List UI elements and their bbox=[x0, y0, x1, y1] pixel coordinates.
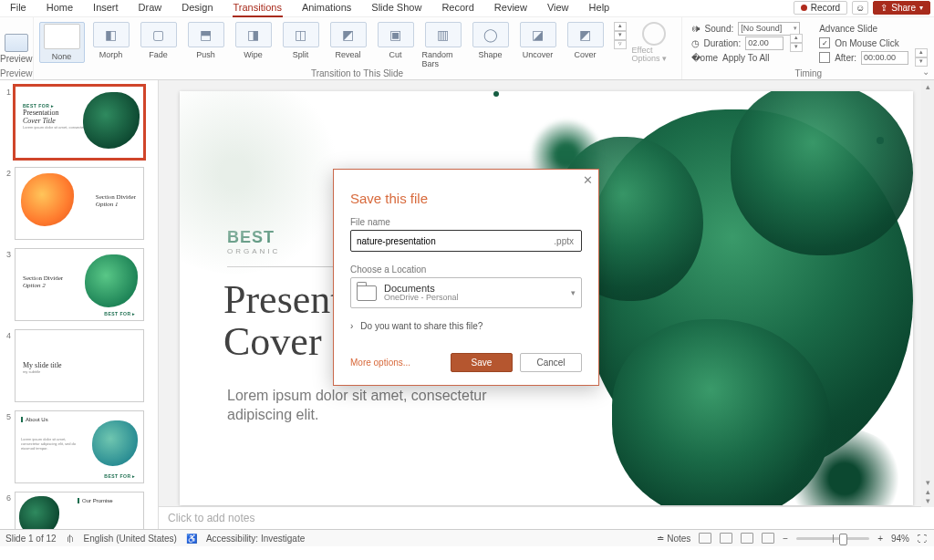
ribbon-group-timing: 🕪Sound: [No Sound]▾ ◷Duration: 02.00 ▴▾ … bbox=[682, 17, 934, 79]
slide-subtitle[interactable]: Lorem ipsum dolor sit amet, consectetur … bbox=[227, 387, 555, 425]
zoom-out-button[interactable]: − bbox=[783, 534, 788, 544]
spellcheck-icon[interactable]: ⫛ bbox=[66, 534, 75, 544]
apply-to-all-button[interactable]: �omeApply To All bbox=[691, 50, 804, 65]
group-label-preview: Preview bbox=[0, 68, 33, 78]
transition-split[interactable]: ◫Split bbox=[280, 22, 322, 59]
gallery-down-icon[interactable]: ▾ bbox=[614, 31, 627, 40]
slide-canvas[interactable]: BEST ORGANIC Presentation Cover Title Lo… bbox=[180, 91, 913, 505]
status-accessibility[interactable]: Accessibility: Investigate bbox=[206, 534, 305, 544]
share-button[interactable]: ⇪Share ▾ bbox=[873, 1, 930, 15]
scroll-up-icon[interactable]: ▴ bbox=[926, 82, 930, 91]
tab-file[interactable]: File bbox=[0, 0, 36, 16]
fit-to-window-icon[interactable]: ⛶ bbox=[918, 534, 929, 543]
preview-icon[interactable] bbox=[5, 34, 28, 52]
onclick-label: On Mouse Click bbox=[835, 38, 899, 48]
sound-label: Sound: bbox=[705, 24, 734, 34]
record-button[interactable]: Record bbox=[794, 1, 847, 15]
workspace: 1 BEST FOR ▸ PresentationCover Title Lor… bbox=[0, 80, 934, 529]
thumbnail-5[interactable]: About Us Lorem ipsum dolor sit amet, con… bbox=[15, 410, 144, 483]
smiley-icon: ☺ bbox=[856, 3, 865, 13]
tab-animations[interactable]: Animations bbox=[292, 0, 361, 16]
status-slide-count: Slide 1 of 12 bbox=[5, 534, 57, 544]
zoom-level[interactable]: 94% bbox=[891, 534, 909, 544]
view-reading-icon[interactable] bbox=[741, 533, 753, 544]
gallery-up-icon[interactable]: ▴ bbox=[614, 22, 627, 31]
vertical-scrollbar[interactable]: ▴ ▾ ▴ ▾ bbox=[921, 80, 934, 507]
thumbnail-4[interactable]: My slide title my subtitle bbox=[15, 329, 144, 402]
slide-thumbnails[interactable]: 1 BEST FOR ▸ PresentationCover Title Lor… bbox=[0, 80, 159, 529]
group-label-transition: Transition to This Slide bbox=[34, 68, 681, 78]
next-slide-icon[interactable]: ▾ bbox=[926, 496, 930, 505]
collapse-ribbon-button[interactable]: ⌄ bbox=[922, 67, 929, 77]
transition-wipe[interactable]: ◨Wipe bbox=[233, 22, 275, 59]
thumbnail-2[interactable]: Section Divider Option 1 bbox=[15, 167, 144, 240]
accessibility-icon[interactable]: ♿ bbox=[186, 534, 197, 544]
thumb-number: 5 bbox=[4, 410, 11, 483]
duration-down[interactable]: ▾ bbox=[790, 43, 803, 52]
ribbon-group-transitions: None ◧Morph ▢Fade ⬒Push ◨Wipe ◫Split ◩Re… bbox=[34, 17, 682, 79]
scroll-down-icon[interactable]: ▾ bbox=[926, 478, 930, 487]
gallery-more-icon[interactable]: ▿ bbox=[614, 40, 627, 49]
tab-insert[interactable]: Insert bbox=[83, 0, 129, 16]
duration-input[interactable]: 02.00 bbox=[745, 36, 784, 50]
feedback-button[interactable]: ☺ bbox=[852, 1, 868, 15]
after-label: After: bbox=[835, 53, 856, 63]
thumb-number: 2 bbox=[4, 167, 11, 240]
transition-randombars[interactable]: ▥Random Bars bbox=[422, 22, 464, 68]
slide-artwork bbox=[548, 91, 913, 505]
tab-draw[interactable]: Draw bbox=[129, 0, 172, 16]
tab-help[interactable]: Help bbox=[579, 0, 620, 16]
tab-design[interactable]: Design bbox=[171, 0, 223, 16]
apply-icon: �ome bbox=[691, 53, 718, 63]
editor-area: BEST ORGANIC Presentation Cover Title Lo… bbox=[159, 80, 934, 529]
thumb-number: 6 bbox=[4, 492, 11, 529]
preview-label[interactable]: Preview bbox=[0, 54, 33, 64]
tab-transitions[interactable]: Transitions bbox=[223, 0, 292, 16]
group-label-timing: Timing bbox=[682, 68, 934, 78]
transition-cut[interactable]: ▣Cut bbox=[375, 22, 417, 59]
ribbon-group-preview: Preview Preview bbox=[0, 17, 34, 79]
notes-toggle[interactable]: ≐ Notes bbox=[657, 534, 690, 544]
transition-shape[interactable]: ◯Shape bbox=[470, 22, 512, 59]
after-checkbox[interactable] bbox=[819, 52, 830, 63]
after-down[interactable]: ▾ bbox=[915, 57, 928, 67]
menu-tabs: File Home Insert Draw Design Transitions… bbox=[0, 0, 934, 17]
ribbon: Preview Preview None ◧Morph ▢Fade ⬒Push … bbox=[0, 17, 934, 80]
prev-slide-icon[interactable]: ▴ bbox=[926, 487, 930, 496]
view-slideshow-icon[interactable] bbox=[762, 533, 774, 544]
view-normal-icon[interactable] bbox=[699, 533, 711, 544]
tab-review[interactable]: Review bbox=[484, 0, 537, 16]
after-input[interactable]: 00:00.00 bbox=[861, 51, 908, 65]
tab-record[interactable]: Record bbox=[431, 0, 483, 16]
slide-title[interactable]: Presentation Cover Title bbox=[223, 279, 422, 363]
effect-options-icon bbox=[642, 22, 666, 46]
transition-fade[interactable]: ▢Fade bbox=[138, 22, 180, 59]
onclick-checkbox[interactable]: ✓ bbox=[819, 37, 830, 48]
thumbnail-6[interactable]: Our Promise bbox=[15, 492, 144, 529]
thumbnail-3[interactable]: Section Divider Option 2 BEST FOR ▸ bbox=[15, 248, 144, 321]
tab-view[interactable]: View bbox=[537, 0, 579, 16]
duration-up[interactable]: ▴ bbox=[790, 34, 803, 43]
transition-none[interactable]: None bbox=[39, 22, 85, 63]
zoom-in-button[interactable]: + bbox=[877, 534, 883, 544]
status-bar: Slide 1 of 12 ⫛ English (United States) … bbox=[0, 529, 934, 546]
notes-pane[interactable]: Click to add notes bbox=[159, 506, 934, 529]
effect-options-button: Effect Options ▾ bbox=[632, 22, 676, 63]
status-language[interactable]: English (United States) bbox=[84, 534, 177, 544]
transition-push[interactable]: ⬒Push bbox=[185, 22, 227, 59]
duration-label: Duration: bbox=[704, 38, 742, 48]
after-up[interactable]: ▴ bbox=[915, 48, 928, 57]
tab-slideshow[interactable]: Slide Show bbox=[361, 0, 431, 16]
transition-gallery-scroll[interactable]: ▴ ▾ ▿ bbox=[614, 22, 627, 49]
tab-home[interactable]: Home bbox=[36, 0, 83, 16]
transition-uncover[interactable]: ◪Uncover bbox=[517, 22, 559, 59]
zoom-slider[interactable] bbox=[796, 537, 869, 540]
view-sorter-icon[interactable] bbox=[720, 533, 732, 544]
transition-reveal[interactable]: ◩Reveal bbox=[327, 22, 369, 59]
transition-cover[interactable]: ◩Cover bbox=[565, 22, 607, 59]
thumb-number: 1 bbox=[4, 86, 11, 159]
sound-icon: 🕪 bbox=[691, 24, 700, 34]
thumb-number: 4 bbox=[4, 329, 11, 402]
thumbnail-1[interactable]: BEST FOR ▸ PresentationCover Title Lorem… bbox=[15, 86, 144, 159]
transition-morph[interactable]: ◧Morph bbox=[90, 22, 132, 59]
